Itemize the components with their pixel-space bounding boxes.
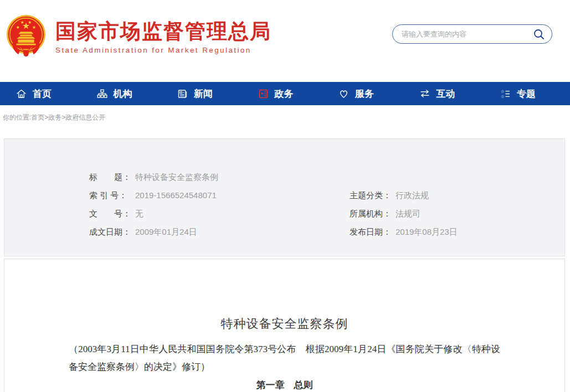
meta-row-index-number: 索 引 号：2019-1566524548071 (89, 190, 217, 201)
swap-arrows-icon (419, 87, 431, 100)
nav-item-services[interactable]: 服务 (338, 87, 374, 100)
nav-label: 服务 (355, 87, 374, 100)
nav-label: 首页 (33, 87, 52, 100)
meta-value: 行政法规 (396, 190, 429, 200)
breadcrumb[interactable]: 你的位置:首页>政务>政府信息公开 (3, 113, 105, 122)
meta-label: 发布日期： (350, 227, 394, 238)
national-emblem-logo[interactable]: ★ ★ ★ ★ ★ (4, 14, 48, 59)
search-input[interactable] (402, 30, 532, 38)
nav-label: 专题 (517, 87, 536, 100)
nav-item-topics[interactable]: ☆ ☆ 专题 (500, 87, 536, 100)
meta-label: 所属机构： (350, 209, 394, 219)
meta-label: 索 引 号： (89, 190, 133, 201)
search-box (392, 24, 552, 44)
nav-item-orgs[interactable]: 机构 (96, 87, 132, 100)
site-title: 国家市场监督管理总局 (55, 20, 271, 43)
meta-label: 标 题： (89, 172, 133, 183)
document-meta-panel: 标 题：特种设备安全监察条例 索 引 号：2019-1566524548071 … (4, 138, 565, 256)
home-icon (16, 88, 27, 100)
national-emblem-icon: ★ ★ ★ ★ ★ (4, 14, 48, 59)
document-publication-note: （2003年3月11日中华人民共和国国务院令第373号公布 根据2009年1月2… (69, 341, 500, 376)
meta-row-doc-number: 文 号：无 (89, 209, 143, 219)
site-header: ★ ★ ★ ★ ★ 国家市场监督管理总局 State Administratio… (0, 0, 570, 82)
meta-label: 主题分类： (350, 190, 394, 201)
flag-icon: ★ (258, 88, 269, 100)
org-chart-icon (96, 88, 108, 100)
nav-item-gov-affairs[interactable]: ★ 政务 (258, 87, 294, 100)
chapter-heading: 第一章 总则 (4, 379, 564, 391)
star-list-icon: ☆ ☆ (500, 88, 511, 100)
document-title: 特种设备安全监察条例 (4, 316, 564, 332)
svg-text:☆: ☆ (501, 89, 505, 94)
news-icon (177, 88, 188, 100)
meta-value: 无 (135, 209, 143, 218)
svg-text:★: ★ (16, 25, 20, 30)
nav-label: 政务 (275, 87, 294, 100)
nav-item-news[interactable]: 新闻 (177, 87, 213, 100)
meta-value: 2019年08月23日 (396, 227, 458, 236)
meta-value: 特种设备安全监察条例 (135, 172, 218, 182)
meta-value: 法规司 (396, 209, 420, 218)
meta-row-written-date: 成文日期：2009年01月24日 (89, 227, 197, 238)
nav-label: 机构 (114, 87, 132, 100)
meta-label: 成文日期： (89, 227, 133, 238)
svg-text:★: ★ (20, 20, 24, 25)
document-content-panel: 特种设备安全监察条例 （2003年3月11日中华人民共和国国务院令第373号公布… (4, 259, 565, 392)
meta-row-category: 主题分类：行政法规 (350, 190, 429, 201)
main-nav: 首页 机构 新闻 ★ 政务 服务 (0, 82, 570, 105)
heart-icon (338, 88, 350, 100)
nav-label: 互动 (437, 87, 455, 100)
meta-label: 文 号： (89, 209, 133, 219)
search-button[interactable] (532, 27, 546, 42)
svg-text:★: ★ (32, 25, 36, 30)
search-icon (532, 28, 546, 41)
site-brand[interactable]: 国家市场监督管理总局 State Administration for Mark… (55, 20, 271, 54)
nav-label: 新闻 (194, 87, 213, 100)
meta-value: 2019-1566524548071 (135, 190, 217, 200)
meta-row-publish-date: 发布日期：2019年08月23日 (350, 227, 458, 238)
nav-item-home[interactable]: 首页 (16, 87, 52, 100)
svg-text:☆: ☆ (501, 94, 505, 99)
svg-text:★: ★ (28, 20, 32, 25)
meta-value: 2009年01月24日 (135, 227, 197, 236)
meta-row-title: 标 题：特种设备安全监察条例 (89, 172, 218, 183)
meta-row-agency: 所属机构：法规司 (350, 209, 420, 219)
nav-item-interact[interactable]: 互动 (419, 87, 455, 100)
svg-text:★: ★ (260, 91, 263, 95)
site-subtitle: State Administration for Market Regulati… (55, 46, 271, 54)
